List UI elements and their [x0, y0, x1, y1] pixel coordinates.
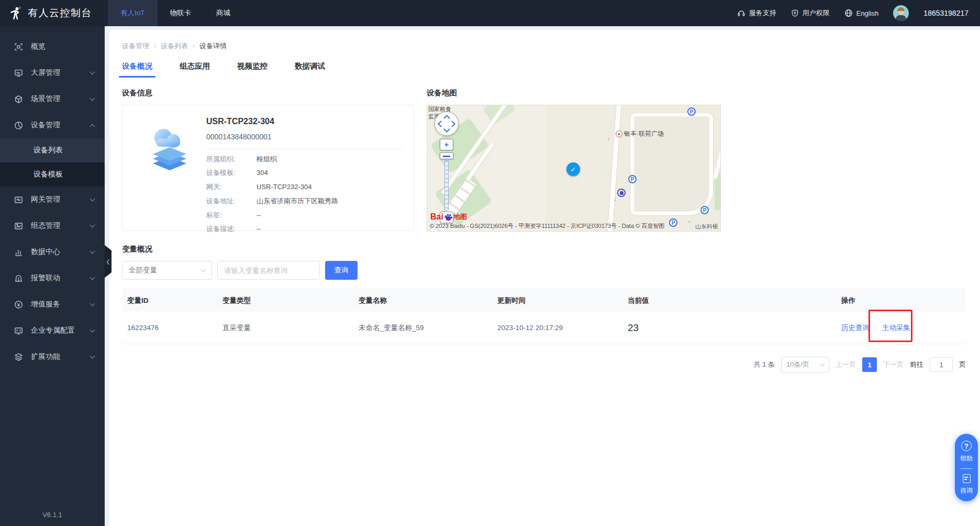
sidebar-item-label: 场景管理 — [31, 94, 83, 104]
sidebar-item-scene-management[interactable]: 场景管理 — [0, 86, 105, 112]
map-zoom-slider-track[interactable] — [444, 160, 449, 211]
sidebar-subitem-device-list[interactable]: 设备列表 — [0, 138, 105, 162]
sidebar-item-extended-functions[interactable]: 扩展功能 — [0, 344, 105, 370]
sidebar-item-gateway-management[interactable]: 网关管理 — [0, 187, 105, 213]
variables-title: 变量概况 — [122, 244, 966, 254]
sidebar-item-data-center[interactable]: 数据中心 — [0, 239, 105, 265]
prev-page-button[interactable]: 上一页 — [836, 360, 856, 369]
sidebar-item-configuration-management[interactable]: 组态管理 — [0, 213, 105, 239]
column-actions: 操作 — [836, 296, 966, 305]
device-meta: USR-TCP232-304 0000143848000001 所属组织: 根组… — [206, 114, 403, 222]
sidebar-item-label: 网关管理 — [31, 195, 83, 204]
page-size-select[interactable]: 10条/页 — [781, 357, 829, 372]
sidebar-collapse-handle[interactable]: ❮ — [105, 245, 112, 278]
sidebar-subitem-device-template[interactable]: 设备模板 — [0, 162, 105, 187]
pan-up-icon[interactable] — [443, 115, 450, 122]
breadcrumb-device-list[interactable]: 设备列表 — [161, 41, 188, 51]
nav-tab-usr-iot[interactable]: 有人IoT — [108, 0, 158, 26]
variable-search-input[interactable] — [217, 261, 320, 280]
data-center-icon — [14, 247, 23, 257]
gateway-management-icon — [14, 195, 23, 204]
baidu-logo: Bai 地图 — [430, 212, 467, 222]
help-question-icon: ? — [961, 441, 972, 451]
consult-label[interactable]: 咨询 — [960, 486, 973, 495]
map-road-vertical — [607, 105, 622, 232]
avatar-hair — [897, 7, 905, 11]
language-switcher[interactable]: English — [844, 9, 879, 17]
tab-video-monitoring[interactable]: 视频监控 — [237, 61, 268, 78]
usr-logo-icon — [8, 6, 23, 20]
map-zoom-slider-thumb[interactable] — [440, 152, 453, 159]
header-right: 服务支持 用户权限 English 18653198217 — [737, 5, 980, 21]
user-permissions-link[interactable]: 用户权限 — [791, 8, 830, 18]
breadcrumb-device-management[interactable]: 设备管理 — [122, 41, 149, 51]
active-collect-link[interactable]: 主动采集 — [882, 323, 910, 333]
sidebar-item-screen-management[interactable]: 大屏管理 — [0, 60, 105, 86]
app-root: 有人云控制台 有人IoT 物联卡 商城 服务支持 用户权限 — [0, 0, 980, 526]
chevron-down-icon — [90, 301, 95, 306]
device-info-card: USR-TCP232-304 0000143848000001 所属组织: 根组… — [122, 105, 414, 231]
history-query-link[interactable]: 历史查询 — [841, 323, 870, 333]
goto-page-input[interactable] — [930, 357, 953, 372]
map-pan-control[interactable] — [435, 112, 459, 136]
app-version: V6.1.1 — [0, 511, 105, 519]
page-number-1[interactable]: 1 — [862, 357, 877, 372]
chevron-down-icon — [201, 267, 206, 272]
top-header: 有人云控制台 有人IoT 物联卡 商城 服务支持 用户权限 — [0, 0, 980, 26]
configuration-management-icon — [14, 221, 23, 231]
column-variable-type: 变量类型 — [217, 296, 353, 305]
chevron-down-icon — [90, 223, 95, 228]
sidebar-item-label: 报警联动 — [31, 273, 83, 283]
map-road-arrow: ↑ — [607, 136, 610, 142]
device-field-description: 设备描述: -- — [206, 225, 403, 233]
breadcrumb-separator: › — [154, 42, 156, 50]
avatar[interactable] — [893, 5, 909, 21]
tab-configuration-app[interactable]: 组态应用 — [180, 61, 210, 78]
tab-device-overview[interactable]: 设备概况 — [122, 61, 152, 78]
nav-tab-mall[interactable]: 商城 — [204, 0, 243, 26]
overview-icon — [14, 42, 23, 51]
pan-left-icon[interactable] — [438, 120, 444, 127]
pagination-total: 共 1 条 — [754, 360, 775, 369]
column-variable-name: 变量名称 — [353, 296, 492, 305]
chevron-down-icon — [90, 196, 95, 202]
sidebar-item-label: 概览 — [31, 42, 94, 51]
page-unit-label: 页 — [959, 360, 966, 369]
sidebar-item-overview[interactable]: 概览 — [0, 34, 105, 60]
nav-tab-iot-card[interactable]: 物联卡 — [158, 0, 204, 26]
variable-type-select[interactable]: 全部变量 — [122, 261, 212, 280]
consult-document-icon — [963, 474, 971, 483]
pan-right-icon[interactable] — [449, 120, 455, 127]
device-map-title: 设备地图 — [427, 88, 721, 98]
query-button[interactable]: 查询 — [325, 261, 358, 280]
next-page-button[interactable]: 下一页 — [883, 360, 904, 369]
goto-label: 前往 — [910, 360, 923, 369]
sidebar-item-label: 企业专属配置 — [31, 326, 83, 335]
map-zoom-in-button[interactable]: + — [440, 139, 453, 150]
account-phone[interactable]: 18653198217 — [923, 9, 968, 17]
sidebar-item-device-management[interactable]: 设备管理 — [0, 112, 105, 138]
parking-poi-icon: P — [687, 107, 696, 116]
detail-tabs: 设备概况 组态应用 视频监控 数据调试 — [122, 61, 966, 78]
scene-management-icon — [14, 94, 23, 104]
cell-update-time: 2023-10-12 20:17:29 — [492, 324, 622, 332]
baidu-map[interactable]: ↑ ↓ ← 国家粮食 监测中 + — [427, 105, 721, 232]
pan-down-icon[interactable] — [443, 126, 450, 133]
map-road-arrow: ↓ — [614, 195, 617, 202]
content-panel: 设备管理 › 设备列表 › 设备详情 设备概况 组态应用 视频监控 数据调试 设… — [109, 30, 980, 526]
value-added-services-icon — [14, 300, 23, 309]
main-content: 设备管理 › 设备列表 › 设备详情 设备概况 组态应用 视频监控 数据调试 设… — [105, 26, 980, 526]
sidebar-item-value-added-services[interactable]: 增值服务 — [0, 291, 105, 317]
pagination: 共 1 条 10条/页 上一页 1 下一页 前往 页 — [122, 357, 966, 372]
service-support-link[interactable]: 服务支持 — [737, 8, 776, 18]
floating-help-widget[interactable]: ? 帮助 咨询 — [955, 434, 978, 501]
variables-filters: 全部变量 查询 — [122, 261, 966, 280]
tab-data-debugging[interactable]: 数据调试 — [295, 61, 325, 78]
sidebar-item-enterprise-config[interactable]: 企业专属配置 — [0, 317, 105, 344]
sidebar-item-alarm-linkage[interactable]: 报警联动 — [0, 265, 105, 291]
chevron-down-icon — [820, 361, 825, 367]
cell-variable-id: 16223476 — [122, 324, 217, 332]
help-label[interactable]: 帮助 — [960, 454, 973, 463]
map-device-marker[interactable]: ✓ — [566, 162, 580, 176]
device-field-address: 设备地址: 山东省济南市历下区颖秀路 — [206, 197, 403, 205]
